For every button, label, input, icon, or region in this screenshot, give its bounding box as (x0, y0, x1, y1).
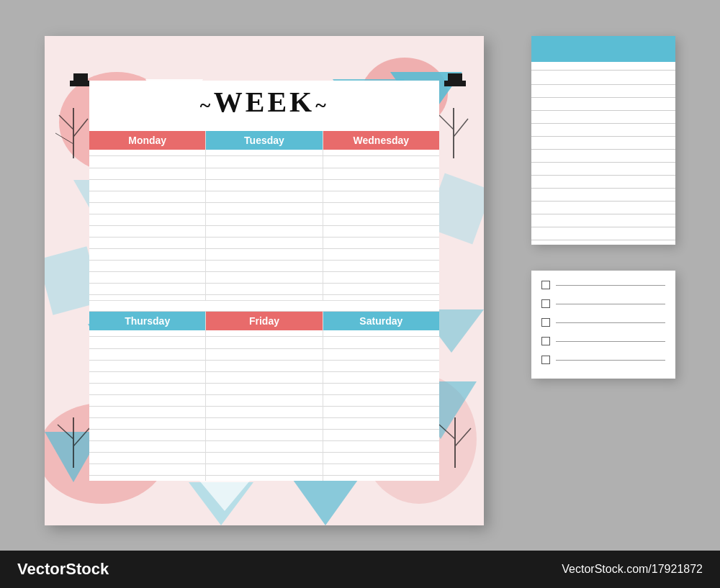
checklist-card (531, 271, 675, 379)
checkbox-2[interactable] (541, 299, 550, 308)
checkbox-3[interactable] (541, 318, 550, 327)
monday-content (89, 150, 205, 300)
friday-label: Friday (206, 312, 322, 330)
saturday-content (323, 330, 439, 481)
friday-content (206, 330, 322, 481)
checklist-line-4 (556, 341, 665, 342)
friday-col: Friday (206, 312, 323, 481)
planner-card: ~WEEK~ Monday Tuesday Wednesday Thursday (45, 36, 484, 525)
thursday-content (89, 330, 205, 481)
thursday-col: Thursday (89, 312, 206, 481)
day-table: Monday Tuesday Wednesday Thursday Friday (89, 131, 439, 481)
tuesday-label: Tuesday (206, 131, 322, 150)
checklist-line-2 (556, 304, 665, 304)
wednesday-label: Wednesday (323, 131, 439, 150)
checkbox-4[interactable] (541, 337, 550, 345)
planner-title-box: ~WEEK~ (181, 83, 347, 123)
checkbox-5[interactable] (541, 356, 550, 364)
svg-rect-35 (448, 73, 462, 82)
checklist-line-5 (556, 360, 665, 361)
notepad-header (531, 36, 675, 62)
thursday-label: Thursday (89, 312, 205, 330)
brand-label: VectorStock (17, 560, 109, 579)
monday-label: Monday (89, 131, 205, 150)
checklist-item-3 (541, 318, 665, 327)
checklist-line-1 (556, 285, 665, 286)
checklist-item-1 (541, 281, 665, 289)
svg-rect-33 (73, 73, 88, 82)
monday-col: Monday (89, 131, 206, 300)
notepad-card (531, 36, 675, 245)
notepad-lines (531, 62, 675, 245)
saturday-label: Saturday (323, 312, 439, 330)
checklist-line-3 (556, 322, 665, 323)
bottom-bar: VectorStock VectorStock.com/17921872 (0, 551, 720, 588)
row-divider (89, 300, 439, 312)
day-row-2: Thursday Friday Saturday (89, 312, 439, 481)
checklist-item-4 (541, 337, 665, 345)
url-label: VectorStock.com/17921872 (562, 563, 703, 576)
tuesday-col: Tuesday (206, 131, 323, 300)
planner-title: ~WEEK~ (190, 85, 338, 119)
tuesday-content (206, 150, 322, 300)
saturday-col: Saturday (323, 312, 439, 481)
day-row-1: Monday Tuesday Wednesday (89, 131, 439, 300)
checklist-item-2 (541, 299, 665, 308)
wednesday-content (323, 150, 439, 300)
wednesday-col: Wednesday (323, 131, 439, 300)
checklist-item-5 (541, 356, 665, 364)
checkbox-1[interactable] (541, 281, 550, 289)
